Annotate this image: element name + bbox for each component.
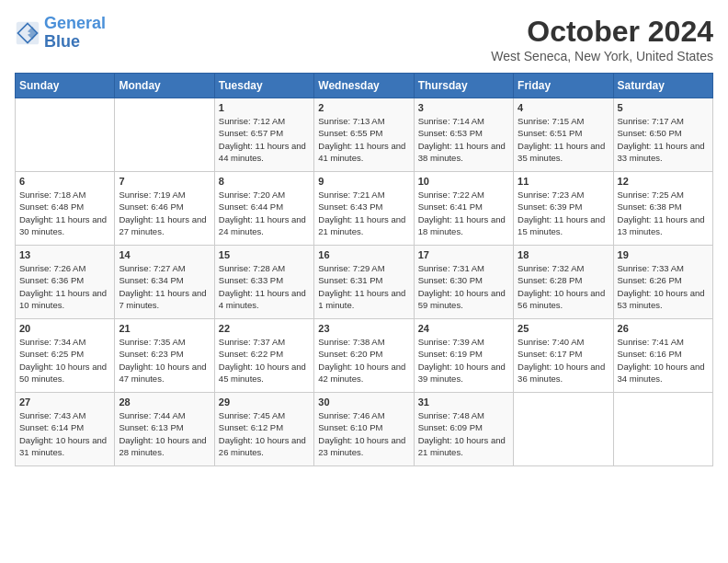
day-number: 13 — [19, 249, 110, 260]
header-cell-monday: Monday — [115, 74, 214, 98]
day-info: Sunrise: 7:27 AM Sunset: 6:34 PM Dayligh… — [119, 262, 210, 311]
day-number: 25 — [518, 323, 609, 334]
day-cell: 22Sunrise: 7:37 AM Sunset: 6:22 PM Dayli… — [214, 319, 313, 393]
day-cell: 21Sunrise: 7:35 AM Sunset: 6:23 PM Dayli… — [115, 319, 214, 393]
day-info: Sunrise: 7:44 AM Sunset: 6:13 PM Dayligh… — [119, 409, 210, 458]
day-cell: 25Sunrise: 7:40 AM Sunset: 6:17 PM Dayli… — [514, 319, 613, 393]
day-number: 18 — [518, 249, 609, 260]
day-cell: 3Sunrise: 7:14 AM Sunset: 6:53 PM Daylig… — [414, 98, 513, 172]
day-info: Sunrise: 7:43 AM Sunset: 6:14 PM Dayligh… — [19, 409, 110, 458]
day-number: 16 — [318, 249, 409, 260]
week-row-1: 1Sunrise: 7:12 AM Sunset: 6:57 PM Daylig… — [16, 98, 713, 172]
day-info: Sunrise: 7:19 AM Sunset: 6:46 PM Dayligh… — [119, 189, 210, 237]
day-info: Sunrise: 7:35 AM Sunset: 6:23 PM Dayligh… — [119, 336, 210, 385]
day-info: Sunrise: 7:15 AM Sunset: 6:51 PM Dayligh… — [518, 115, 609, 164]
day-number: 26 — [618, 323, 709, 334]
day-cell: 13Sunrise: 7:26 AM Sunset: 6:36 PM Dayli… — [16, 246, 115, 319]
day-number: 6 — [19, 176, 110, 187]
day-number: 3 — [418, 102, 509, 113]
logo-icon — [15, 20, 40, 46]
day-cell: 28Sunrise: 7:44 AM Sunset: 6:13 PM Dayli… — [115, 393, 214, 466]
day-number: 15 — [219, 249, 310, 260]
day-cell: 7Sunrise: 7:19 AM Sunset: 6:46 PM Daylig… — [115, 172, 214, 246]
day-info: Sunrise: 7:29 AM Sunset: 6:31 PM Dayligh… — [318, 262, 409, 311]
day-number: 10 — [418, 176, 509, 187]
day-cell: 15Sunrise: 7:28 AM Sunset: 6:33 PM Dayli… — [214, 246, 313, 319]
day-cell: 30Sunrise: 7:46 AM Sunset: 6:10 PM Dayli… — [314, 393, 414, 466]
day-number: 1 — [219, 102, 310, 113]
day-cell: 2Sunrise: 7:13 AM Sunset: 6:55 PM Daylig… — [314, 98, 414, 172]
day-info: Sunrise: 7:20 AM Sunset: 6:44 PM Dayligh… — [219, 189, 310, 237]
day-info: Sunrise: 7:39 AM Sunset: 6:19 PM Dayligh… — [418, 336, 509, 385]
title-block: October 2024 West Seneca, New York, Unit… — [491, 15, 713, 63]
day-info: Sunrise: 7:12 AM Sunset: 6:57 PM Dayligh… — [219, 115, 310, 164]
logo: General Blue — [15, 15, 106, 52]
day-number: 14 — [119, 249, 210, 260]
day-info: Sunrise: 7:21 AM Sunset: 6:43 PM Dayligh… — [318, 189, 409, 237]
header-cell-saturday: Saturday — [613, 74, 712, 98]
day-cell — [613, 393, 712, 466]
day-cell: 23Sunrise: 7:38 AM Sunset: 6:20 PM Dayli… — [314, 319, 414, 393]
day-cell: 5Sunrise: 7:17 AM Sunset: 6:50 PM Daylig… — [613, 98, 712, 172]
day-number: 28 — [119, 396, 210, 408]
day-info: Sunrise: 7:25 AM Sunset: 6:38 PM Dayligh… — [618, 189, 709, 237]
week-row-4: 20Sunrise: 7:34 AM Sunset: 6:25 PM Dayli… — [16, 319, 713, 393]
week-row-3: 13Sunrise: 7:26 AM Sunset: 6:36 PM Dayli… — [16, 246, 713, 319]
location: West Seneca, New York, United States — [491, 49, 713, 63]
header-cell-tuesday: Tuesday — [214, 74, 313, 98]
day-info: Sunrise: 7:23 AM Sunset: 6:39 PM Dayligh… — [518, 189, 609, 237]
header-cell-thursday: Thursday — [414, 74, 513, 98]
week-row-2: 6Sunrise: 7:18 AM Sunset: 6:48 PM Daylig… — [16, 172, 713, 246]
day-info: Sunrise: 7:18 AM Sunset: 6:48 PM Dayligh… — [19, 189, 110, 237]
day-cell: 1Sunrise: 7:12 AM Sunset: 6:57 PM Daylig… — [214, 98, 313, 172]
day-info: Sunrise: 7:26 AM Sunset: 6:36 PM Dayligh… — [19, 262, 110, 311]
day-info: Sunrise: 7:33 AM Sunset: 6:26 PM Dayligh… — [618, 262, 709, 311]
day-number: 8 — [219, 176, 310, 187]
day-info: Sunrise: 7:31 AM Sunset: 6:30 PM Dayligh… — [418, 262, 509, 311]
day-cell: 20Sunrise: 7:34 AM Sunset: 6:25 PM Dayli… — [16, 319, 115, 393]
day-cell: 18Sunrise: 7:32 AM Sunset: 6:28 PM Dayli… — [514, 246, 613, 319]
day-info: Sunrise: 7:34 AM Sunset: 6:25 PM Dayligh… — [19, 336, 110, 385]
header-row: SundayMondayTuesdayWednesdayThursdayFrid… — [16, 74, 713, 98]
day-info: Sunrise: 7:17 AM Sunset: 6:50 PM Dayligh… — [618, 115, 709, 164]
day-cell: 17Sunrise: 7:31 AM Sunset: 6:30 PM Dayli… — [414, 246, 513, 319]
calendar-table: SundayMondayTuesdayWednesdayThursdayFrid… — [15, 73, 713, 466]
day-number: 31 — [418, 396, 509, 408]
day-info: Sunrise: 7:28 AM Sunset: 6:33 PM Dayligh… — [219, 262, 310, 311]
day-info: Sunrise: 7:38 AM Sunset: 6:20 PM Dayligh… — [318, 336, 409, 385]
month-title: October 2024 — [491, 15, 713, 49]
day-number: 24 — [418, 323, 509, 334]
day-cell: 26Sunrise: 7:41 AM Sunset: 6:16 PM Dayli… — [613, 319, 712, 393]
day-cell: 16Sunrise: 7:29 AM Sunset: 6:31 PM Dayli… — [314, 246, 414, 319]
day-info: Sunrise: 7:13 AM Sunset: 6:55 PM Dayligh… — [318, 115, 409, 164]
day-cell — [115, 98, 214, 172]
day-info: Sunrise: 7:22 AM Sunset: 6:41 PM Dayligh… — [418, 189, 509, 237]
day-info: Sunrise: 7:37 AM Sunset: 6:22 PM Dayligh… — [219, 336, 310, 385]
day-cell: 8Sunrise: 7:20 AM Sunset: 6:44 PM Daylig… — [214, 172, 313, 246]
day-number: 23 — [318, 323, 409, 334]
day-cell: 6Sunrise: 7:18 AM Sunset: 6:48 PM Daylig… — [16, 172, 115, 246]
day-info: Sunrise: 7:14 AM Sunset: 6:53 PM Dayligh… — [418, 115, 509, 164]
day-number: 19 — [618, 249, 709, 260]
day-cell: 12Sunrise: 7:25 AM Sunset: 6:38 PM Dayli… — [613, 172, 712, 246]
day-number: 27 — [19, 396, 110, 408]
day-cell — [16, 98, 115, 172]
day-cell: 24Sunrise: 7:39 AM Sunset: 6:19 PM Dayli… — [414, 319, 513, 393]
day-info: Sunrise: 7:40 AM Sunset: 6:17 PM Dayligh… — [518, 336, 609, 385]
day-number: 30 — [318, 396, 409, 408]
day-cell: 11Sunrise: 7:23 AM Sunset: 6:39 PM Dayli… — [514, 172, 613, 246]
day-number: 11 — [518, 176, 609, 187]
week-row-5: 27Sunrise: 7:43 AM Sunset: 6:14 PM Dayli… — [16, 393, 713, 466]
day-number: 7 — [119, 176, 210, 187]
day-number: 22 — [219, 323, 310, 334]
day-cell: 10Sunrise: 7:22 AM Sunset: 6:41 PM Dayli… — [414, 172, 513, 246]
day-number: 20 — [19, 323, 110, 334]
day-info: Sunrise: 7:48 AM Sunset: 6:09 PM Dayligh… — [418, 409, 509, 458]
day-cell: 19Sunrise: 7:33 AM Sunset: 6:26 PM Dayli… — [613, 246, 712, 319]
day-cell: 29Sunrise: 7:45 AM Sunset: 6:12 PM Dayli… — [214, 393, 313, 466]
day-cell: 14Sunrise: 7:27 AM Sunset: 6:34 PM Dayli… — [115, 246, 214, 319]
day-cell: 31Sunrise: 7:48 AM Sunset: 6:09 PM Dayli… — [414, 393, 513, 466]
day-number: 4 — [518, 102, 609, 113]
page-header: General Blue October 2024 West Seneca, N… — [15, 15, 713, 63]
day-cell: 27Sunrise: 7:43 AM Sunset: 6:14 PM Dayli… — [16, 393, 115, 466]
